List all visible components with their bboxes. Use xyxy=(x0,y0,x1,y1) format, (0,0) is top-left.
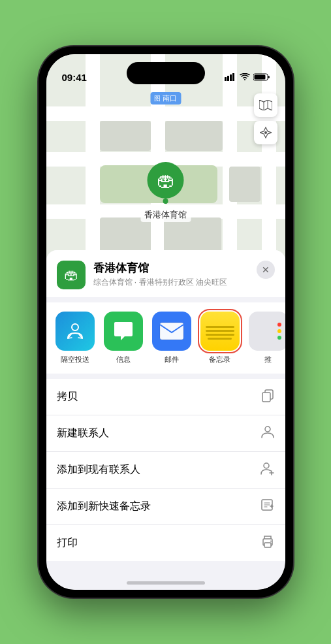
svg-point-7 xyxy=(72,324,78,330)
wifi-icon xyxy=(240,73,250,83)
airdrop-label: 隔空投送 xyxy=(61,355,89,364)
action-print[interactable]: 打印 xyxy=(46,525,285,561)
notes-icon-box xyxy=(200,312,240,351)
person-add-icon xyxy=(260,461,275,479)
message-icon-box xyxy=(104,312,143,351)
action-new-contact-label: 新建联系人 xyxy=(57,427,109,440)
person-icon xyxy=(260,425,275,442)
map-type-button[interactable] xyxy=(254,93,277,117)
svg-rect-2 xyxy=(230,74,232,81)
printer-icon xyxy=(260,534,275,552)
message-label: 信息 xyxy=(116,355,131,364)
svg-rect-16 xyxy=(264,543,271,547)
battery-icon xyxy=(253,73,270,83)
home-indicator xyxy=(127,581,205,585)
signal-icon xyxy=(225,73,236,83)
dynamic-island xyxy=(127,62,205,84)
action-print-label: 打印 xyxy=(57,536,78,550)
svg-rect-8 xyxy=(160,323,183,340)
notes-label: 备忘录 xyxy=(209,355,230,364)
action-add-contact-label: 添加到现有联系人 xyxy=(57,463,140,477)
copy-icon xyxy=(260,388,275,406)
status-time: 09:41 xyxy=(62,72,87,83)
bottom-sheet: 🏟 香港体育馆 综合体育馆 · 香港特别行政区 油尖旺区 ✕ xyxy=(46,250,285,590)
venue-subtitle: 综合体育馆 · 香港特别行政区 油尖旺区 xyxy=(93,277,249,288)
pin-circle: 🏟 xyxy=(148,162,184,199)
share-item-mail[interactable]: 邮件 xyxy=(151,312,193,364)
action-copy[interactable]: 拷贝 xyxy=(46,379,285,415)
svg-rect-0 xyxy=(225,77,227,81)
svg-rect-1 xyxy=(227,76,229,81)
venue-name: 香港体育馆 xyxy=(93,261,249,276)
phone-frame: 09:41 xyxy=(39,46,293,598)
map-controls xyxy=(254,93,277,148)
share-item-airdrop[interactable]: 隔空投送 xyxy=(54,312,96,364)
action-add-notes-label: 添加到新快速备忘录 xyxy=(57,500,151,513)
svg-point-6 xyxy=(264,131,267,134)
airdrop-icon-box xyxy=(55,312,95,351)
pin-label: 香港体育馆 xyxy=(140,208,191,222)
status-icons xyxy=(225,73,270,83)
phone-screen: 09:41 xyxy=(46,54,285,590)
venue-header: 🏟 香港体育馆 综合体育馆 · 香港特别行政区 油尖旺区 ✕ xyxy=(46,250,285,297)
close-button[interactable]: ✕ xyxy=(257,261,275,279)
action-new-contact[interactable]: 新建联系人 xyxy=(46,415,285,452)
more-label: 推 xyxy=(264,355,272,364)
svg-point-17 xyxy=(270,541,272,542)
share-item-message[interactable]: 信息 xyxy=(102,312,144,364)
location-button[interactable] xyxy=(254,121,277,144)
more-icon-box xyxy=(249,312,285,351)
share-item-more[interactable]: 推 xyxy=(247,312,285,364)
mail-icon-box xyxy=(152,312,191,351)
venue-icon: 🏟 xyxy=(157,170,175,191)
svg-rect-3 xyxy=(232,73,234,81)
share-item-notes[interactable]: 备忘录 xyxy=(199,312,241,364)
share-row: 隔空投送 信息 xyxy=(46,302,285,374)
svg-point-12 xyxy=(265,427,270,432)
venue-info: 香港体育馆 综合体育馆 · 香港特别行政区 油尖旺区 xyxy=(93,261,249,288)
map-label: 图 南口 xyxy=(150,92,181,105)
svg-rect-11 xyxy=(262,393,270,402)
action-copy-label: 拷贝 xyxy=(57,390,78,404)
svg-rect-5 xyxy=(254,75,265,80)
action-add-notes[interactable]: 添加到新快速备忘录 xyxy=(46,489,285,525)
svg-point-13 xyxy=(264,463,269,468)
action-add-contact[interactable]: 添加到现有联系人 xyxy=(46,452,285,489)
quick-notes-icon xyxy=(260,498,275,515)
venue-pin: 🏟 香港体育馆 xyxy=(140,162,191,222)
venue-logo: 🏟 xyxy=(57,261,86,289)
action-list: 拷贝 新建联系人 xyxy=(46,379,285,561)
mail-label: 邮件 xyxy=(165,355,179,364)
